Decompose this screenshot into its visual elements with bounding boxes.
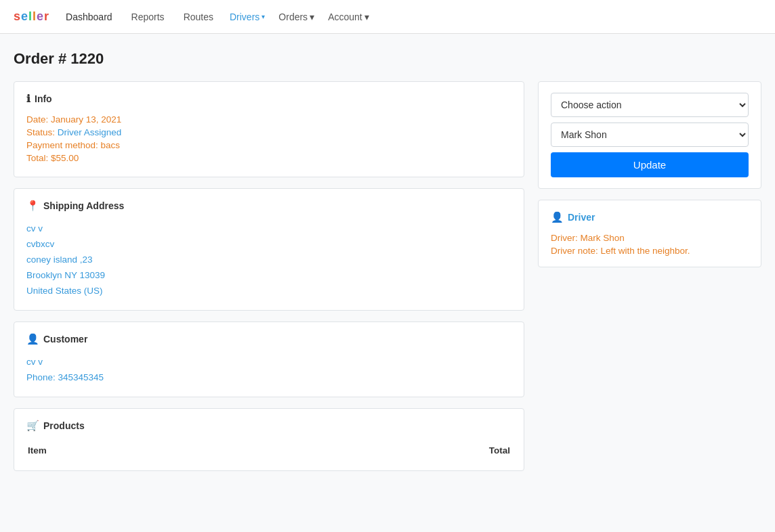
info-icon: ℹ bbox=[26, 93, 30, 105]
brand-logo: seller bbox=[14, 9, 49, 24]
col-item: Item bbox=[28, 443, 254, 458]
nav-orders-dropdown[interactable]: Orders ▾ bbox=[278, 12, 314, 22]
nav-dashboard[interactable]: Dashboard bbox=[63, 12, 115, 22]
customer-card-title: Customer bbox=[43, 334, 87, 345]
status-label: Status: bbox=[26, 127, 58, 137]
info-card: ℹ Info Date: January 13, 2021 Status: Dr… bbox=[14, 81, 524, 177]
driver-card-header: 👤 Driver bbox=[551, 211, 749, 223]
driver-select[interactable]: Mark Shon bbox=[551, 123, 749, 147]
shipping-card: 📍 Shipping Address cv v cvbxcv coney isl… bbox=[14, 188, 524, 311]
shipping-card-title: Shipping Address bbox=[43, 200, 124, 211]
products-table: Item Total bbox=[26, 441, 511, 460]
status-value: Driver Assigned bbox=[58, 127, 122, 137]
info-date: Date: January 13, 2021 bbox=[26, 114, 511, 125]
info-card-header: ℹ Info bbox=[26, 93, 511, 105]
products-card-title: Products bbox=[43, 420, 85, 431]
left-column: ℹ Info Date: January 13, 2021 Status: Dr… bbox=[14, 81, 524, 471]
customer-card: 👤 Customer cv v Phone: 345345345 bbox=[14, 322, 524, 397]
customer-icon: 👤 bbox=[26, 333, 39, 345]
info-payment: Payment method: bacs bbox=[26, 140, 511, 150]
customer-name: cv v bbox=[26, 355, 511, 370]
address-line-2: cvbxcv bbox=[26, 237, 511, 252]
driver-name: Driver: Mark Shon bbox=[551, 233, 749, 243]
address-line-3: coney island ,23 bbox=[26, 252, 511, 268]
address-line-5: United States (US) bbox=[26, 284, 511, 299]
info-card-title: Info bbox=[35, 93, 52, 104]
address-line-1: cv v bbox=[26, 221, 511, 237]
orders-chevron-icon: ▾ bbox=[310, 12, 314, 22]
right-column: Choose action Assign Driver Complete Can… bbox=[538, 81, 761, 267]
driver-note: Driver note: Left with the neighbor. bbox=[551, 246, 749, 256]
choose-action-select[interactable]: Choose action Assign Driver Complete Can… bbox=[551, 93, 749, 117]
info-total: Total: $55.00 bbox=[26, 153, 511, 163]
driver-card: 👤 Driver Driver: Mark Shon Driver note: … bbox=[538, 200, 761, 267]
products-card: 🛒 Products Item Total bbox=[14, 408, 524, 471]
cart-icon: 🛒 bbox=[26, 420, 39, 432]
shipping-address: cv v cvbxcv coney island ,23 Brooklyn NY… bbox=[26, 221, 511, 299]
driver-icon: 👤 bbox=[551, 211, 564, 223]
shipping-card-header: 📍 Shipping Address bbox=[26, 200, 511, 212]
address-line-4: Brooklyn NY 13039 bbox=[26, 268, 511, 284]
location-icon: 📍 bbox=[26, 200, 39, 212]
driver-card-title: Driver bbox=[568, 212, 595, 223]
drivers-chevron-icon: ▾ bbox=[261, 13, 265, 20]
col-total: Total bbox=[255, 443, 510, 458]
nav-routes[interactable]: Routes bbox=[181, 12, 216, 22]
info-status: Status: Driver Assigned bbox=[26, 127, 511, 137]
nav-drivers-label: Drivers bbox=[230, 12, 259, 22]
navbar: seller Dashboard Reports Routes Drivers … bbox=[0, 0, 775, 34]
customer-phone: Phone: 345345345 bbox=[26, 370, 511, 386]
main-layout: ℹ Info Date: January 13, 2021 Status: Dr… bbox=[14, 81, 761, 471]
customer-card-header: 👤 Customer bbox=[26, 333, 511, 345]
nav-drivers-dropdown[interactable]: Drivers ▾ bbox=[230, 12, 265, 22]
update-button[interactable]: Update bbox=[551, 152, 749, 177]
products-card-header: 🛒 Products bbox=[26, 420, 511, 432]
nav-account-dropdown[interactable]: Account ▾ bbox=[328, 12, 369, 22]
page-title: Order # 1220 bbox=[14, 50, 761, 68]
action-card: Choose action Assign Driver Complete Can… bbox=[538, 81, 761, 189]
nav-orders-label: Orders bbox=[278, 12, 308, 22]
nav-account-label: Account bbox=[328, 12, 362, 22]
products-table-header-row: Item Total bbox=[28, 443, 510, 458]
page-container: Order # 1220 ℹ Info Date: January 13, 20… bbox=[0, 34, 775, 487]
nav-reports[interactable]: Reports bbox=[129, 12, 167, 22]
account-chevron-icon: ▾ bbox=[364, 12, 369, 22]
